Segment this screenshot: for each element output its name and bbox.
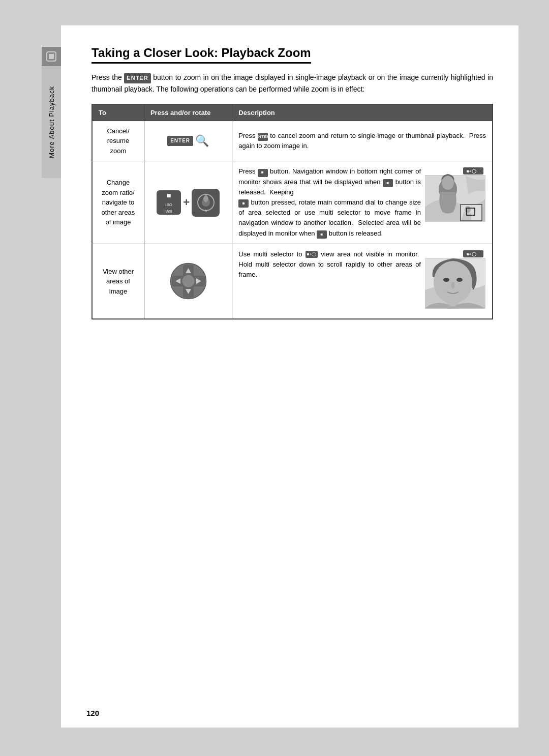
iso-label: ISO [165,202,172,208]
row2-press: ■ ISO WB + ↻ [144,161,232,244]
table-row: Cancel/resumezoom ENTER 🔍 Press ENTER to… [92,121,493,161]
square-btn-inline3: ■ [238,199,249,208]
row3-desc: Use multi selector to ■+◯ view area not … [232,244,493,319]
intro-text-before: Press the [92,73,122,81]
desc-image-container: Press ■ button. Navigation window in bot… [238,166,486,238]
sidebar-label: More About Playback [48,86,55,158]
row3-desc-text: Use multi selector to ■+◯ view area not … [238,249,421,280]
nav-icon-inline: ■+◯ [306,251,318,258]
page-number: 120 [86,709,99,717]
zoom-table: To Press and/or rotate Description Cance… [92,104,493,319]
row2-to: Changezoom ratio/navigate toother areaso… [92,161,144,244]
header-desc: Description [232,104,493,121]
svg-point-30 [456,278,463,282]
row2-label: Changezoom ratio/navigate toother areaso… [99,178,138,227]
plus-icon: + [183,194,190,211]
intro-paragraph: Press the ENTER button to zoom in on the… [92,72,493,95]
magnify-icon: 🔍 [195,132,209,150]
row3-desc-image: Use multi selector to ■+◯ view area not … [238,249,486,313]
svg-rect-1 [49,54,54,59]
svg-point-29 [443,278,449,282]
row1-label: Cancel/resumezoom [99,126,138,156]
row3-to: View otherareas ofimage [92,244,144,319]
enter-inline-icon: ENTER [258,133,268,141]
table-header-row: To Press and/or rotate Description [92,104,493,121]
row3-press [144,244,232,319]
row2-photo: ■+◯ [425,166,486,236]
table-row: View otherareas ofimage [92,244,493,319]
row1-to: Cancel/resumezoom [92,121,144,161]
row3-photo: ■+◯ [425,249,486,313]
table-row: Changezoom ratio/navigate toother areaso… [92,161,493,244]
enter-button-inline: ENTER [124,73,150,83]
square-btn-inline2: ■ [383,179,393,187]
square-btn-inline4: ■ [317,230,327,239]
header-press: Press and/or rotate [144,104,232,121]
dial-button: ↻ [192,189,220,217]
sidebar-top-icon [42,47,61,66]
page-content: More About Playback Taking a Closer Look… [61,25,518,728]
iso-wb-button: ■ ISO WB [157,190,181,215]
enter-key-btn: ENTER [167,136,193,146]
enter-illustration: ENTER 🔍 [167,132,209,150]
svg-text:■+◯: ■+◯ [467,169,476,173]
svg-point-14 [465,206,471,213]
row2-desc-text: Press ■ button. Navigation window in bot… [238,166,421,238]
row2-desc: Press ■ button. Navigation window in bot… [232,161,493,244]
square-icon: ■ [167,190,171,201]
svg-text:■+◯: ■+◯ [467,252,476,256]
dpad-container [150,262,226,300]
row1-desc: Press ENTER to cancel zoom and return to… [232,121,493,161]
square-btn-inline: ■ [258,169,268,177]
intro-text-after: button to zoom in on the image displayed… [92,73,493,93]
sidebar-tab: More About Playback [42,66,61,178]
wb-label: WB [166,209,172,215]
svg-text:↻: ↻ [204,209,207,213]
btn-group-row2: ■ ISO WB + ↻ [150,189,226,217]
svg-point-19 [182,275,194,287]
section-title: Taking a Closer Look: Playback Zoom [92,46,311,64]
row3-label: View otherareas ofimage [99,267,138,297]
row1-press: ENTER 🔍 [144,121,232,161]
header-to: To [92,104,144,121]
